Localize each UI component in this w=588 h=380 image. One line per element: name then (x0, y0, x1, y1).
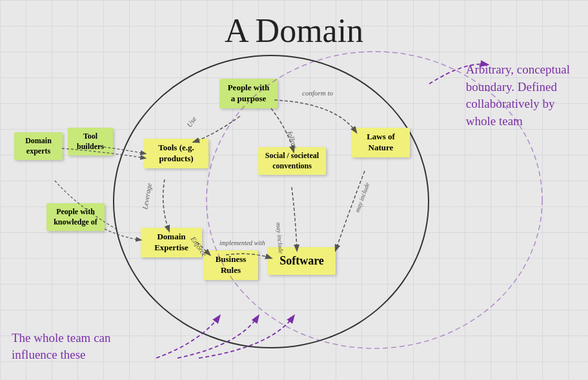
note-people-knowledge: People with knowledge of (46, 203, 105, 231)
note-domain-experts: Domain experts (14, 132, 63, 160)
note-laws: Laws of Nature (352, 128, 410, 157)
note-domain-expertise: Domain Expertise (141, 228, 202, 257)
team-influence-text: The whole team can influence these (12, 330, 111, 364)
page-title: A Domain (225, 12, 363, 50)
note-people-purpose: People with a purpose (219, 79, 278, 108)
note-social: Social / societeal conventions (258, 147, 326, 175)
note-business-rules: Business Rules (203, 250, 258, 280)
note-tools: Tools (e.g. products) (144, 139, 208, 168)
note-tool-builders: Tool builders (68, 128, 113, 155)
note-software: Software (268, 247, 336, 275)
boundary-description: Arbitrary, conceptual boundary. Defined … (466, 61, 570, 130)
